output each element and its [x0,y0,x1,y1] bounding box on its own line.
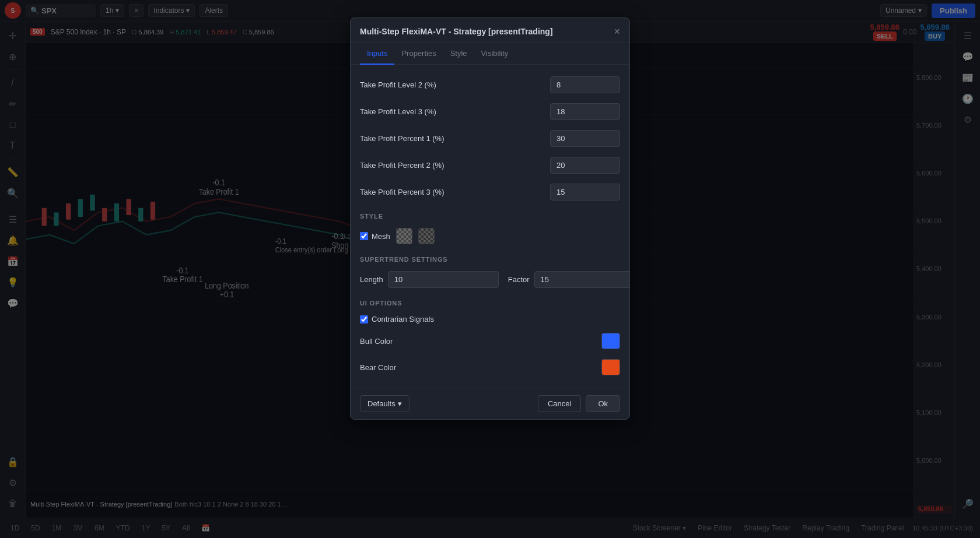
bull-color-row: Bull Color [360,328,620,354]
input-row-tp-level3: Take Profit Level 3 (%) [360,99,620,125]
tp-pct2-label: Take Profit Percent 2 (%) [360,161,550,170]
contrarian-label: Contrarian Signals [372,315,434,323]
mesh-swatch-2[interactable] [418,228,435,244]
bear-color-label: Bear Color [360,363,601,372]
tp-level3-label: Take Profit Level 3 (%) [360,107,550,116]
contrarian-row: Contrarian Signals [360,310,620,328]
supertrend-section-header: SUPERTREND SETTINGS [360,249,620,266]
tp-pct2-input[interactable] [550,157,620,174]
input-row-tp-pct3: Take Profit Percent 3 (%) [360,179,620,206]
modal-title: Multi-Step FlexiMA-VT - Strategy [presen… [360,27,553,36]
style-section-header: STYLE [360,206,620,223]
modal-close-button[interactable]: × [614,26,620,37]
tab-properties[interactable]: Properties [394,43,443,65]
contrarian-checkbox[interactable] [360,315,368,323]
mesh-checkbox[interactable] [360,232,368,240]
bear-color-swatch[interactable] [601,359,620,375]
ok-button[interactable]: Ok [586,395,620,412]
factor-label: Factor [508,275,530,284]
input-row-tp-level2: Take Profit Level 2 (%) [360,72,620,99]
input-row-tp-pct2: Take Profit Percent 2 (%) [360,152,620,179]
tp-level3-input[interactable] [550,103,620,120]
strategy-modal: Multi-Step FlexiMA-VT - Strategy [presen… [350,17,630,420]
cancel-button[interactable]: Cancel [538,395,581,412]
tp-level2-label: Take Profit Level 2 (%) [360,80,550,89]
length-item: Length [360,271,499,288]
tp-pct3-input[interactable] [550,184,620,201]
modal-body: Take Profit Level 2 (%) Take Profit Leve… [351,65,629,388]
tab-style[interactable]: Style [443,43,474,65]
bull-color-swatch[interactable] [601,333,620,349]
length-label: Length [360,275,383,284]
tp-pct1-input[interactable] [550,130,620,147]
tab-inputs[interactable]: Inputs [360,43,394,65]
tp-pct1-label: Take Profit Percent 1 (%) [360,134,550,143]
modal-header: Multi-Step FlexiMA-VT - Strategy [presen… [351,18,629,43]
factor-input[interactable] [534,271,629,288]
tp-level2-input[interactable] [550,76,620,93]
contrarian-checkbox-wrap[interactable]: Contrarian Signals [360,315,434,323]
supertrend-settings-row: Length Factor [360,266,620,293]
length-input[interactable] [388,271,499,288]
mesh-label: Mesh [372,232,390,241]
defaults-button[interactable]: Defaults ▾ [360,395,410,412]
tab-visibility[interactable]: Visibility [474,43,516,65]
mesh-checkbox-wrap[interactable]: Mesh [360,232,390,241]
modal-footer: Defaults ▾ Cancel Ok [351,388,629,419]
modal-tabs: Inputs Properties Style Visibility [351,43,629,65]
footer-actions: Cancel Ok [538,395,620,412]
modal-backdrop: Multi-Step FlexiMA-VT - Strategy [presen… [0,0,980,538]
tp-pct3-label: Take Profit Percent 3 (%) [360,188,550,196]
input-row-tp-pct1: Take Profit Percent 1 (%) [360,125,620,152]
mesh-swatch-1[interactable] [396,228,412,244]
ui-options-header: UI OPTIONS [360,293,620,310]
chevron-down-icon: ▾ [398,399,402,408]
mesh-row: Mesh [360,223,620,249]
bull-color-label: Bull Color [360,337,601,346]
bear-color-row: Bear Color [360,354,620,381]
factor-item: Factor [508,271,629,288]
